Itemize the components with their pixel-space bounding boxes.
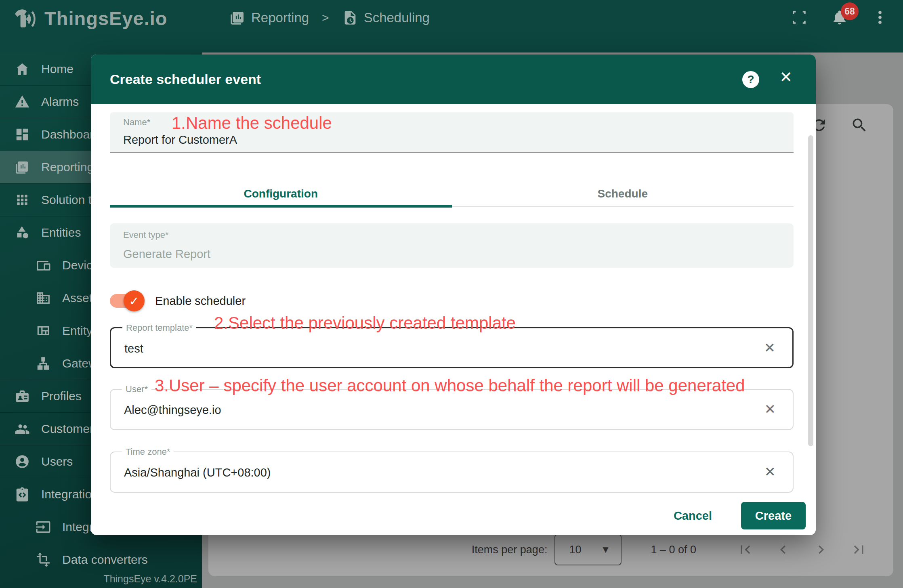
- enable-scheduler-label: Enable scheduler: [155, 294, 246, 308]
- breadcrumb-reporting[interactable]: Reporting: [229, 10, 309, 26]
- help-icon: ?: [747, 73, 754, 86]
- assets-icon: [36, 290, 51, 306]
- solution-templates-icon: [15, 192, 30, 208]
- help-button[interactable]: ?: [742, 71, 759, 88]
- timezone-clear-button[interactable]: ✕: [762, 464, 779, 479]
- dashboards-icon: [15, 127, 30, 142]
- users-icon: [15, 454, 30, 469]
- user-label: User*: [122, 384, 151, 395]
- name-value: Report for CustomerA: [123, 133, 237, 147]
- alarms-icon: [15, 94, 30, 109]
- create-scheduler-event-dialog: Create scheduler event ? ✕ Name* Report …: [91, 55, 816, 535]
- dialog-actions: Cancel Create: [671, 502, 806, 529]
- clear-icon: ✕: [764, 340, 776, 355]
- logo[interactable]: ThingsEye.io: [11, 5, 168, 32]
- notifications-button[interactable]: 68: [831, 9, 848, 26]
- check-icon: ✓: [129, 294, 139, 308]
- enable-scheduler-toggle[interactable]: ✓: [110, 290, 146, 312]
- notifications-badge: 68: [841, 2, 859, 20]
- gateways-icon: [36, 356, 51, 371]
- breadcrumb-scheduling[interactable]: Scheduling: [342, 10, 430, 26]
- integrations-icon: [36, 519, 51, 535]
- breadcrumb-separator: >: [319, 11, 332, 25]
- home-icon: [15, 61, 30, 77]
- timezone-label: Time zone*: [122, 447, 174, 457]
- timezone-value: Asia/Shanghai (UTC+08:00): [124, 466, 271, 479]
- user-value: Alec@thingseye.io: [124, 403, 221, 417]
- devices-icon: [36, 258, 51, 273]
- report-template-value: test: [124, 342, 143, 355]
- dialog-title: Create scheduler event: [110, 71, 261, 87]
- user-field[interactable]: User* Alec@thingseye.io ✕: [110, 389, 794, 430]
- customers-icon: [15, 421, 30, 437]
- name-field[interactable]: Name* Report for CustomerA: [110, 112, 794, 153]
- report-template-field[interactable]: Report template* test ✕: [110, 327, 794, 368]
- close-button[interactable]: ✕: [777, 69, 795, 85]
- logo-icon: [11, 5, 40, 32]
- dialog-tabs: Configuration Schedule: [110, 182, 794, 207]
- enable-scheduler-row: ✓ Enable scheduler: [110, 290, 246, 312]
- more-menu-button[interactable]: [872, 9, 888, 26]
- event-type-value: Generate Report: [123, 248, 210, 261]
- fullscreen-button[interactable]: [791, 9, 808, 26]
- toggle-thumb: ✓: [124, 290, 145, 311]
- app: ThingsEye.io Reporting > Scheduling 68 H…: [0, 0, 903, 588]
- timezone-field[interactable]: Time zone* Asia/Shanghai (UTC+08:00) ✕: [110, 452, 794, 493]
- sidebar-item-data-converters[interactable]: Data converters: [0, 543, 202, 576]
- reporting-icon: [229, 10, 246, 26]
- scheduling-icon: [342, 10, 358, 26]
- clear-icon: ✕: [764, 464, 776, 479]
- data-converters-icon: [36, 552, 51, 567]
- more-vert-icon: [872, 9, 888, 26]
- clear-icon: ✕: [764, 401, 776, 417]
- breadcrumb: Reporting > Scheduling: [229, 10, 430, 26]
- close-icon: ✕: [779, 69, 792, 86]
- integration-icon: [15, 487, 30, 502]
- tab-schedule[interactable]: Schedule: [452, 182, 794, 206]
- dialog-scrollbar[interactable]: [808, 135, 813, 446]
- dialog-header: Create scheduler event ? ✕: [91, 55, 816, 104]
- user-clear-button[interactable]: ✕: [762, 402, 779, 416]
- header-actions: 68: [791, 9, 888, 26]
- reporting-icon: [15, 160, 30, 175]
- fullscreen-icon: [791, 9, 808, 26]
- profiles-icon: [15, 388, 30, 404]
- entities-icon: [15, 225, 30, 240]
- app-header: ThingsEye.io Reporting > Scheduling 68: [0, 0, 903, 52]
- create-button[interactable]: Create: [741, 502, 806, 529]
- tab-configuration[interactable]: Configuration: [110, 182, 452, 206]
- app-version: ThingsEye v.4.2.0PE: [0, 573, 197, 585]
- logo-text: ThingsEye.io: [44, 7, 168, 29]
- report-template-clear-button[interactable]: ✕: [762, 340, 778, 355]
- cancel-button[interactable]: Cancel: [671, 509, 714, 523]
- name-label: Name*: [123, 117, 150, 128]
- entity-views-icon: [36, 323, 51, 338]
- event-type-field: Event type* Generate Report: [110, 223, 794, 268]
- event-type-label: Event type*: [123, 230, 169, 240]
- report-template-label: Report template*: [122, 323, 196, 333]
